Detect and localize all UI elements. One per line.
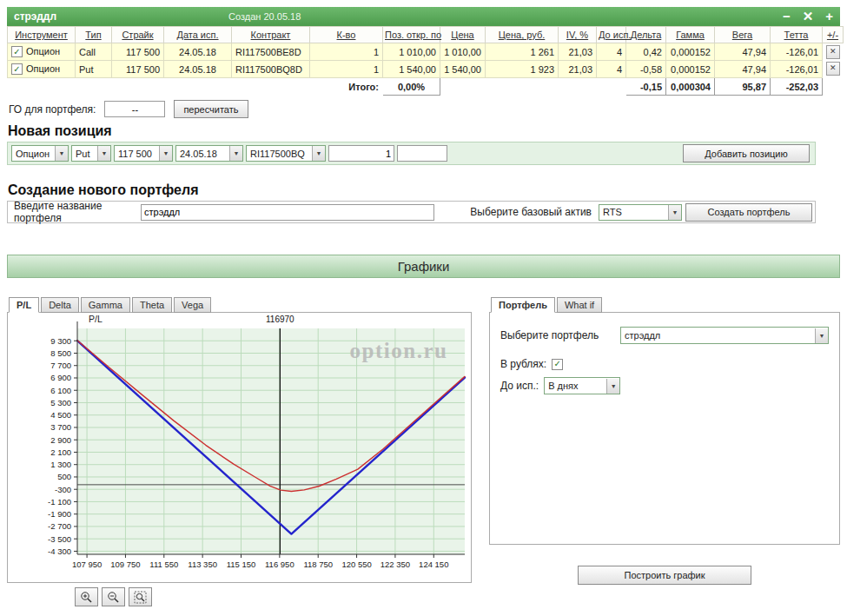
chevron-down-icon: ▼: [229, 146, 242, 161]
margin-row: ГО для портфеля: пересчитать: [9, 100, 840, 118]
col-header-price-rub[interactable]: Цена, руб.: [486, 27, 559, 43]
minimize-icon[interactable]: −: [783, 8, 791, 25]
delete-position-button[interactable]: ✕: [826, 45, 840, 59]
col-header-open-at[interactable]: Поз. откр. по: [383, 27, 440, 43]
svg-text:-2 700: -2 700: [48, 521, 71, 531]
totals-delta: -0,15: [626, 78, 666, 96]
col-header-expiry-date[interactable]: Дата исп.: [164, 27, 232, 43]
tab-what-if[interactable]: What if: [557, 297, 602, 313]
pl-chart: option.ru1169709 3008 5007 7006 9006 100…: [7, 312, 472, 583]
contract-select-value: RI117500BQ: [250, 149, 305, 159]
add-icon[interactable]: +: [825, 8, 833, 25]
cell-contract: RI117500BQ8D: [232, 61, 310, 78]
chart-tab-vega[interactable]: Vega: [174, 297, 211, 313]
col-header-vega[interactable]: Вега: [715, 27, 771, 43]
svg-text:9 300: 9 300: [50, 336, 71, 346]
zoom-in-button[interactable]: [75, 587, 98, 606]
portfolio-name-input[interactable]: [141, 204, 434, 221]
chart-tab-theta[interactable]: Theta: [132, 297, 172, 313]
svg-text:8 500: 8 500: [50, 348, 71, 358]
cell-delta: -0,58: [626, 61, 666, 78]
chart-settings-panel: Портфель What if Выберите портфель стрэд…: [489, 297, 840, 585]
cell-price-rub: 1 261: [486, 43, 559, 61]
margin-value-input[interactable]: [104, 101, 165, 117]
svg-text:122 350: 122 350: [380, 560, 410, 569]
portfolio-window: стрэддл Создан 20.05.18 − ✕ + Инструмент…: [7, 7, 840, 223]
base-asset-select[interactable]: RTS ▼: [599, 204, 682, 221]
cell-open-at: 1 010,00: [383, 43, 440, 61]
chevron-down-icon: ▼: [668, 205, 681, 220]
recalculate-button[interactable]: пересчитать: [174, 100, 248, 118]
position-checkbox[interactable]: ✓: [11, 63, 23, 75]
totals-percent: 0,00%: [383, 78, 440, 96]
cell-date: 24.05.18: [164, 43, 232, 61]
cell-instrument: Опцион: [26, 63, 60, 74]
type-select[interactable]: Put ▼: [71, 145, 111, 162]
cell-theta: -126,01: [771, 61, 823, 78]
add-position-button[interactable]: Добавить позицию: [683, 144, 810, 162]
new-position-title: Новая позиция: [8, 123, 840, 139]
col-header-strike[interactable]: Страйк: [112, 27, 164, 43]
portfolio-select[interactable]: стрэддл ▼: [620, 327, 829, 344]
cell-qty: 1: [310, 43, 383, 61]
in-rubles-checkbox[interactable]: ✓: [552, 359, 563, 370]
col-header-price[interactable]: Цена: [440, 27, 486, 43]
cell-vega: 47,94: [715, 61, 771, 78]
zoom-in-icon: [80, 591, 93, 604]
col-header-days[interactable]: До исп.: [597, 27, 626, 43]
svg-text:5 300: 5 300: [50, 398, 71, 407]
new-position-form: Опцион ▼ Put ▼ 117 500 ▼ 24.05.18 ▼ RI11…: [7, 142, 816, 165]
svg-text:-1 900: -1 900: [48, 509, 71, 519]
cell-days: 4: [597, 61, 626, 78]
cell-contract: RI117500BE8D: [232, 43, 310, 61]
col-header-theta[interactable]: Тетта: [771, 27, 823, 43]
tab-portfolio[interactable]: Портфель: [491, 297, 555, 313]
zoom-select-button[interactable]: [129, 587, 152, 606]
col-header-iv[interactable]: IV, %: [559, 27, 597, 43]
cell-price-rub: 1 923: [486, 61, 559, 78]
expiry-select[interactable]: 24.05.18 ▼: [175, 145, 243, 162]
contract-select[interactable]: RI117500BQ ▼: [246, 145, 326, 162]
zoom-out-button[interactable]: [102, 587, 125, 606]
svg-text:2 100: 2 100: [50, 447, 71, 457]
delete-position-button[interactable]: ✕: [826, 62, 840, 76]
open-price-input[interactable]: [397, 145, 447, 162]
create-portfolio-button[interactable]: Создать портфель: [685, 203, 812, 222]
col-header-gamma[interactable]: Гамма: [666, 27, 715, 43]
window-buttons: − ✕ +: [783, 8, 833, 25]
col-header-delta[interactable]: Дельта: [626, 27, 666, 43]
svg-text:1 300: 1 300: [50, 460, 71, 469]
col-header-contract[interactable]: Контракт: [232, 27, 310, 43]
chevron-down-icon: ▼: [815, 328, 828, 343]
chevron-down-icon: ▼: [606, 379, 619, 394]
svg-text:500: 500: [57, 472, 71, 481]
days-mode-select[interactable]: В днях ▼: [544, 377, 620, 394]
close-icon[interactable]: ✕: [803, 8, 814, 25]
days-mode-select-value: В днях: [548, 381, 578, 391]
chart-tab-pl[interactable]: P/L: [9, 297, 39, 313]
chart-tab-delta[interactable]: Delta: [41, 297, 79, 313]
position-checkbox[interactable]: ✓: [11, 46, 23, 57]
svg-text:-1 100: -1 100: [48, 497, 71, 507]
table-header-row: Инструмент Тип Страйк Дата исп. Контракт…: [8, 27, 844, 43]
col-header-instrument[interactable]: Инструмент: [8, 27, 76, 43]
col-header-plus-minus: +/-: [823, 27, 844, 43]
svg-text:109 750: 109 750: [110, 560, 140, 569]
svg-text:111 550: 111 550: [149, 560, 178, 569]
build-chart-button[interactable]: Построить график: [578, 566, 751, 585]
col-header-type[interactable]: Тип: [76, 27, 112, 43]
strike-select[interactable]: 117 500 ▼: [114, 145, 173, 162]
cell-strike: 117 500: [112, 43, 164, 61]
svg-text:118 750: 118 750: [303, 560, 333, 569]
svg-text:107 950: 107 950: [72, 560, 102, 569]
col-header-qty[interactable]: К-во: [310, 27, 383, 43]
window-header: стрэддл Создан 20.05.18 − ✕ +: [7, 7, 840, 26]
svg-text:116970: 116970: [266, 315, 294, 324]
build-chart-row: Построить график: [489, 566, 840, 585]
instrument-select[interactable]: Опцион ▼: [11, 145, 69, 162]
quantity-input[interactable]: [328, 145, 394, 162]
chart-zoom-toolbar: [75, 587, 472, 606]
cell-type: Put: [76, 61, 112, 78]
chart-tab-gamma[interactable]: Gamma: [81, 297, 130, 313]
cell-qty: 1: [310, 61, 383, 78]
